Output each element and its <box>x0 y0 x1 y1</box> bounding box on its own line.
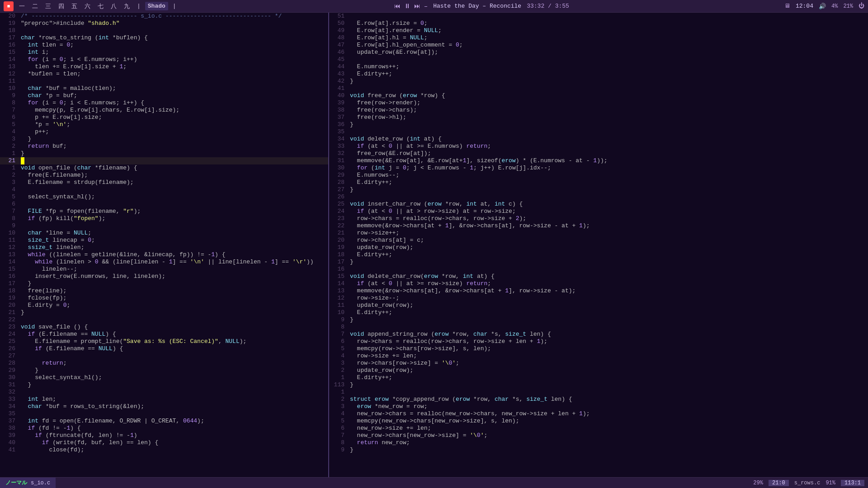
code-line[interactable]: 17 } <box>0 280 328 287</box>
code-line[interactable]: 32 free_row(&E.row[at]); <box>329 150 868 157</box>
code-line[interactable]: 1void open_file (char *filename) { <box>0 164 328 172</box>
code-line[interactable]: 10 char *line = NULL; <box>0 230 328 237</box>
play-pause-button[interactable]: ⏸ <box>404 3 410 10</box>
code-line[interactable]: 39 if (ftruncate(fd, len) != -1) <box>0 432 328 439</box>
code-line[interactable]: 21} <box>0 309 328 316</box>
code-line[interactable]: 37 free(row->hl); <box>329 114 868 121</box>
code-line[interactable]: 39 free(row->render); <box>329 99 868 107</box>
left-editor-pane[interactable]: 20/* ------------------------------ s_io… <box>0 13 329 477</box>
code-line[interactable]: 33 int len; <box>0 396 328 403</box>
code-line[interactable]: 19 fclose(fp); <box>0 295 328 302</box>
code-line[interactable]: 5 memcpy(new_row->chars[new_row->size], … <box>329 418 868 425</box>
code-line[interactable]: 44 E.numrows++; <box>329 63 868 70</box>
code-line[interactable]: 47 E.row[at].hl_open_comment = 0; <box>329 42 868 49</box>
menu-item-4[interactable]: 四 <box>56 1 67 11</box>
code-line[interactable]: 6 p += E.row[i].size; <box>0 114 328 121</box>
code-line[interactable]: 14 for (i = 0; i < E.numrows; i++) <box>0 56 328 63</box>
code-line[interactable]: 7 memcpy(p, E.row[i].chars, E.row[i].siz… <box>0 107 328 114</box>
code-line[interactable]: 26 <box>329 193 868 201</box>
code-line[interactable]: 3 row->chars[row->size] = '\0'; <box>329 360 868 367</box>
code-line[interactable]: 27 <box>0 352 328 360</box>
code-line[interactable]: 45 <box>329 56 868 63</box>
left-code-area[interactable]: 20/* ------------------------------ s_io… <box>0 13 328 477</box>
code-line[interactable]: 4 p++; <box>0 128 328 136</box>
code-line[interactable]: 2struct erow *copy_append_row (erow *row… <box>329 396 868 403</box>
menu-item-5[interactable]: 五 <box>69 1 80 11</box>
code-line[interactable]: 20 E.dirty = 0; <box>0 302 328 309</box>
code-line[interactable]: 49 E.row[at].render = NULL; <box>329 27 868 34</box>
code-line[interactable]: 10 char *buf = malloc(tlen); <box>0 85 328 92</box>
prev-button[interactable]: ⏮ <box>394 3 401 10</box>
code-line[interactable]: 41 <box>329 85 868 92</box>
menu-item-3[interactable]: 三 <box>42 1 54 11</box>
code-line[interactable]: 24 if (E.filename == NULL) { <box>0 331 328 338</box>
code-line[interactable]: 11 size_t linecap = 0; <box>0 237 328 244</box>
volume-icon[interactable]: 🔊 <box>819 3 826 10</box>
code-line[interactable]: 4 row->size += len; <box>329 352 868 360</box>
code-line[interactable]: 12 ssize_t linelen; <box>0 244 328 251</box>
code-line[interactable]: 37 int fd = open(E.filename, O_RDWR | O_… <box>0 418 328 425</box>
code-line[interactable]: 4 <box>0 186 328 193</box>
code-line[interactable]: 21 <box>0 157 328 164</box>
power-icon[interactable]: ⏻ <box>859 3 864 9</box>
code-line[interactable]: 5 *p = '\n'; <box>0 121 328 128</box>
code-line[interactable]: 27} <box>329 186 868 193</box>
code-line[interactable]: 5 memcpy(row->chars[row->size], s, len); <box>329 345 868 352</box>
code-line[interactable]: 2 return buf; <box>0 143 328 150</box>
code-line[interactable]: 16 <box>329 266 868 273</box>
code-line[interactable]: 22 memmove(&row->chars[at + 1], &row->ch… <box>329 222 868 230</box>
code-line[interactable]: 113} <box>329 381 868 389</box>
code-line[interactable]: 23void save_file () { <box>0 324 328 331</box>
code-line[interactable]: 17char *rows_to_string (int *buflen) { <box>0 34 328 42</box>
code-line[interactable]: 3 erow *new_row = row; <box>329 403 868 410</box>
menu-item-7[interactable]: 七 <box>95 1 106 11</box>
code-line[interactable]: 25void insert_char_row (erow *row, int a… <box>329 201 868 208</box>
code-line[interactable]: 15 int i; <box>0 49 328 56</box>
code-line[interactable]: 18 E.dirty++; <box>329 251 868 258</box>
code-line[interactable]: 1 <box>329 389 868 396</box>
right-code-area[interactable]: 5150 E.row[at].rsize = 0;49 E.row[at].re… <box>329 13 868 477</box>
code-line[interactable]: 51 <box>329 13 868 20</box>
code-line[interactable]: 40void free_row (erow *row) { <box>329 92 868 99</box>
code-line[interactable]: 40 if (write(fd, buf, len) == len) { <box>0 439 328 446</box>
code-line[interactable]: 22 <box>0 316 328 324</box>
code-line[interactable]: 28 E.dirty++; <box>329 179 868 186</box>
code-line[interactable]: 1} <box>0 150 328 157</box>
code-line[interactable]: 30 select_syntax_hl(); <box>0 374 328 381</box>
code-line[interactable]: 28 return; <box>0 360 328 367</box>
code-line[interactable]: 46 update_row(&E.row[at]); <box>329 49 868 56</box>
code-line[interactable]: 20/* ------------------------------ s_io… <box>0 13 328 20</box>
code-line[interactable]: 6 <box>0 201 328 208</box>
code-line[interactable]: 25 E.filename = prompt_line("Save as: %s… <box>0 338 328 345</box>
code-line[interactable]: 3 E.filename = strdup(filename); <box>0 179 328 186</box>
menu-item-8[interactable]: 八 <box>108 1 119 11</box>
code-line[interactable]: 13 tlen += E.row[i].size + 1; <box>0 63 328 70</box>
code-line[interactable]: 14 while (linelen > 0 && (line[linelen -… <box>0 258 328 266</box>
code-line[interactable]: 43 E.dirty++; <box>329 70 868 78</box>
code-line[interactable]: 35 <box>0 410 328 418</box>
code-line[interactable]: 8 <box>329 324 868 331</box>
code-line[interactable]: 21 row->size++; <box>329 230 868 237</box>
code-line[interactable]: 15 linelen--; <box>0 266 328 273</box>
code-line[interactable]: 29 E.numrows--; <box>329 172 868 179</box>
code-line[interactable]: 6 row->chars = realloc(row->chars, row->… <box>329 338 868 345</box>
code-line[interactable]: 8 if (fp) kill("fopen"); <box>0 215 328 222</box>
code-line[interactable]: 7 new_row->chars[new_row->size] = '\0'; <box>329 432 868 439</box>
code-line[interactable]: 1 E.dirty++; <box>329 374 868 381</box>
right-editor-pane[interactable]: 5150 E.row[at].rsize = 0;49 E.row[at].re… <box>329 13 868 477</box>
code-line[interactable]: 33 if (at < 0 || at >= E.numrows) return… <box>329 143 868 150</box>
code-line[interactable]: 18 free(line); <box>0 287 328 295</box>
code-line[interactable]: 4 new_row->chars = realloc(new_row->char… <box>329 410 868 418</box>
code-line[interactable]: 30 for (int j = 0; j < E.numrows - 1; j+… <box>329 164 868 172</box>
code-line[interactable]: 15void delete_char_row(erow *row, int at… <box>329 273 868 280</box>
code-line[interactable]: 13 memmove(&row->chars[at], &row->chars[… <box>329 287 868 295</box>
code-line[interactable]: 11 update_row(row); <box>329 302 868 309</box>
code-line[interactable]: 2 update_row(row); <box>329 367 868 374</box>
code-line[interactable]: 35 <box>329 128 868 136</box>
code-line[interactable]: 31 memmove(&E.row[at], &E.row[at+1], siz… <box>329 157 868 164</box>
code-line[interactable]: 8 for (i = 0; i < E.numrows; i++) { <box>0 99 328 107</box>
code-line[interactable]: 3 } <box>0 136 328 143</box>
code-line[interactable]: 19 update_row(row); <box>329 244 868 251</box>
code-line[interactable]: 29 } <box>0 367 328 374</box>
code-line[interactable]: 19"preproc">#include "shado.h" <box>0 20 328 27</box>
